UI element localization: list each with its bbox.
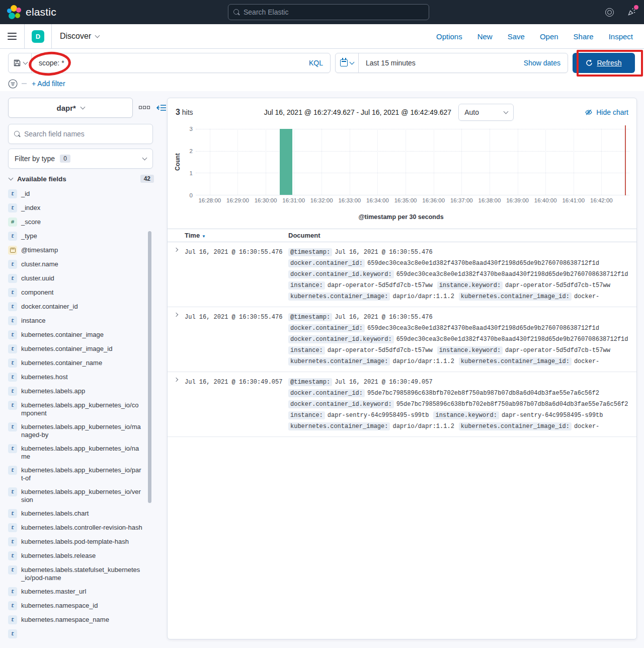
doc-line: @timestamp:Jul 16, 2021 @ 16:30:49.057 (288, 377, 633, 386)
x-tick-label: 16:33:00 (338, 197, 361, 203)
menu-inspect[interactable]: Inspect (609, 32, 633, 41)
field-item[interactable]: tkubernetes.labels.chart (8, 507, 143, 521)
menu-hamburger-icon[interactable] (0, 24, 25, 48)
gridline (574, 129, 574, 195)
index-pattern-name: dapr* (56, 104, 75, 112)
field-item[interactable]: t_type (8, 229, 143, 243)
global-search[interactable] (228, 4, 429, 20)
global-header: elastic (0, 0, 644, 24)
date-quick-select-button[interactable] (336, 53, 359, 73)
add-filter-button[interactable]: + Add filter (32, 80, 65, 88)
current-time-marker (625, 125, 626, 195)
field-item[interactable]: tkubernetes.master_url (8, 585, 143, 599)
expand-row-icon[interactable] (174, 248, 178, 252)
field-name: _score (21, 218, 41, 226)
field-item[interactable]: tdocker.container_id (8, 300, 143, 314)
sidebar-scrollbar[interactable] (148, 231, 151, 503)
field-item[interactable]: t_index (8, 201, 143, 215)
field-item[interactable]: tkubernetes.labels.app_kubernetes_io/man… (8, 420, 143, 442)
menu-save[interactable]: Save (508, 32, 525, 41)
y-tick-label: 1 (190, 170, 193, 176)
row-timestamp: Jul 16, 2021 @ 16:30:55.476 (185, 247, 288, 303)
filter-by-type-label: Filter by type (15, 155, 55, 163)
field-item[interactable]: tkubernetes.namespace_id (8, 599, 143, 613)
expand-row-icon[interactable] (174, 378, 178, 382)
space-selector[interactable]: D (25, 24, 52, 48)
hide-chart-button[interactable]: Hide chart (585, 108, 628, 116)
menu-open[interactable]: Open (540, 32, 558, 41)
field-item[interactable]: tkubernetes.labels.app (8, 384, 143, 398)
field-item[interactable]: tinstance (8, 314, 143, 328)
field-search[interactable] (8, 124, 153, 144)
save-icon (13, 59, 21, 67)
x-tick-label: 16:31:00 (282, 197, 305, 203)
interval-select[interactable]: Auto (458, 104, 514, 121)
field-settings-icon[interactable] (139, 106, 149, 110)
filter-icon[interactable] (8, 79, 18, 89)
text-field-icon: t (8, 422, 17, 431)
histogram-bar[interactable] (280, 129, 293, 195)
field-item[interactable]: tcluster.uuid (8, 271, 143, 285)
elastic-brand[interactable]: elastic (0, 5, 56, 19)
field-search-input[interactable] (24, 130, 147, 138)
menu-new[interactable]: New (477, 32, 493, 41)
collapse-sidebar-icon[interactable] (156, 104, 166, 112)
doc-line: kubernetes.container_image:daprio/dapr:1… (288, 356, 633, 365)
table-header: Time▼ Document (168, 229, 636, 242)
doc-line: instance:dapr-operator-5d5dfd7cb-t57wwin… (288, 345, 633, 354)
field-item[interactable]: tkubernetes.labels.app_kubernetes_io/par… (8, 463, 143, 485)
refresh-button[interactable]: Refresh (573, 53, 635, 73)
field-item[interactable]: tkubernetes.namespace_name (8, 613, 143, 627)
x-tick-label: 16:35:00 (394, 197, 417, 203)
doc-field-key: instance.keyword: (437, 346, 503, 354)
menu-share[interactable]: Share (574, 32, 594, 41)
field-item[interactable]: tkubernetes.labels.controller-revision-h… (8, 521, 143, 535)
query-input[interactable] (32, 59, 302, 67)
field-item[interactable]: #_score (8, 215, 143, 229)
field-item[interactable]: tkubernetes.container_image (8, 328, 143, 342)
field-item[interactable]: tkubernetes.labels.app_kubernetes_io/com… (8, 398, 143, 420)
doc-field-pair: instance.keyword:dapr-sentry-64c9958495-… (433, 410, 603, 418)
field-item[interactable]: tkubernetes.host (8, 370, 143, 384)
field-item[interactable]: tkubernetes.labels.app_kubernetes_io/nam… (8, 442, 143, 463)
date-field-icon (8, 246, 17, 255)
global-search-input[interactable] (244, 8, 424, 16)
doc-field-pair: kubernetes.container_image_id:docker- (459, 292, 599, 300)
column-time[interactable]: Time▼ (185, 232, 288, 239)
doc-field-key: kubernetes.container_image: (288, 357, 390, 366)
field-item[interactable]: t (8, 627, 143, 641)
doc-field-pair: kubernetes.container_image:daprio/dapr:1… (288, 421, 454, 429)
field-item[interactable]: tkubernetes.container_image_id (8, 342, 143, 356)
field-item[interactable]: tkubernetes.container_name (8, 356, 143, 370)
doc-line: @timestamp:Jul 16, 2021 @ 16:30:55.476 (288, 247, 633, 256)
field-item[interactable]: tcomponent (8, 285, 143, 300)
field-item[interactable]: @timestamp (8, 243, 143, 257)
show-dates-button[interactable]: Show dates (517, 59, 568, 67)
breadcrumb[interactable]: Discover (52, 32, 99, 41)
saved-query-button[interactable] (9, 53, 32, 73)
field-item[interactable]: t_id (8, 187, 143, 201)
field-item[interactable]: tkubernetes.labels.statefulset_kubernete… (8, 563, 143, 585)
doc-field-value: dapr-sentry-64c9958495-s99tb (502, 412, 603, 419)
gridline (601, 129, 602, 195)
chart-plot[interactable] (196, 129, 629, 195)
field-item[interactable]: tkubernetes.labels.release (8, 549, 143, 563)
field-item[interactable]: tcluster.name (8, 257, 143, 271)
query-bar: KQL Last 15 minutes Show dates Refresh (0, 49, 644, 76)
available-fields-header[interactable]: Available fields 42 (9, 175, 154, 183)
index-pattern-select[interactable]: dapr* (8, 98, 133, 118)
filter-by-type-select[interactable]: Filter by type 0 (8, 149, 153, 169)
space-avatar[interactable]: D (32, 30, 44, 43)
menu-options[interactable]: Options (436, 32, 462, 41)
expand-row-icon[interactable] (174, 313, 178, 317)
newsfeed-icon[interactable] (627, 7, 637, 17)
doc-field-pair: instance:dapr-operator-5d5dfd7cb-t57ww (288, 345, 433, 353)
doc-field-key: @timestamp: (288, 378, 332, 386)
x-tick-label: 16:30:00 (255, 197, 277, 203)
query-language-button[interactable]: KQL (302, 59, 330, 67)
field-item[interactable]: tkubernetes.labels.pod-template-hash (8, 535, 143, 549)
filter-bar: + Add filter (0, 76, 644, 91)
time-range-value[interactable]: Last 15 minutes (359, 59, 517, 67)
help-icon[interactable] (605, 8, 614, 17)
field-item[interactable]: tkubernetes.labels.app_kubernetes_io/ver… (8, 485, 143, 507)
